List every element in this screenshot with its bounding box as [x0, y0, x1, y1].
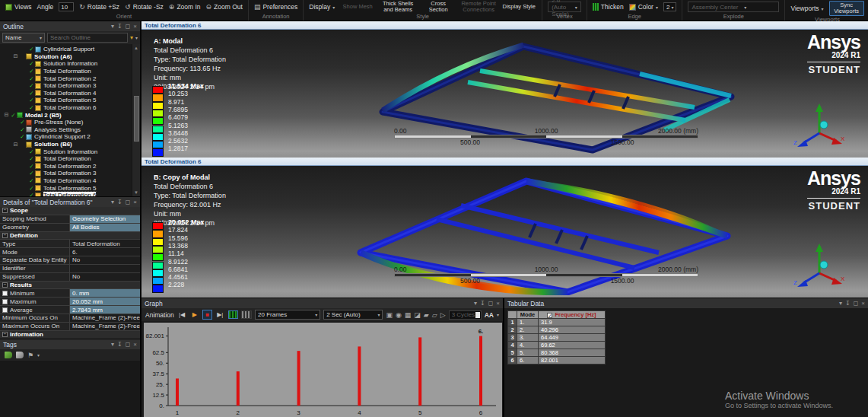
table-row[interactable]: 33.64.449	[508, 334, 606, 342]
panel-menu-icon[interactable]: ▾	[111, 21, 114, 31]
pin-icon[interactable]: ↧	[117, 21, 122, 31]
angle-input[interactable]	[59, 2, 74, 11]
grid-icon[interactable]: ▦	[405, 311, 412, 319]
remote-point-connections-button[interactable]: Remote Point Connections	[461, 1, 496, 13]
zoom-fit-icon[interactable]: ◉	[396, 311, 402, 319]
mode-cell[interactable]: 2.	[517, 326, 539, 334]
outline-scrollbar[interactable]: ▲ ▼	[132, 44, 140, 196]
expand-collapse-icon[interactable]: ▾	[130, 34, 133, 41]
pin-icon[interactable]: ↧	[480, 298, 485, 308]
tags-panel-header[interactable]: Tags ▾↧◻×	[0, 339, 140, 349]
tree-item[interactable]: ✓Cylindrical Support 2	[0, 133, 131, 141]
preferences-button[interactable]: ▤Preferences	[254, 3, 297, 11]
row-number-cell[interactable]: 2	[508, 326, 517, 334]
close-icon[interactable]: ×	[133, 339, 137, 349]
float-window-icon[interactable]: ◻	[126, 21, 131, 31]
tree-item[interactable]: ✓Total Deformation	[0, 155, 131, 163]
tree-item[interactable]: ✓Cylindrical Support	[0, 46, 131, 53]
show-mesh-button[interactable]: Show Mesh	[340, 4, 375, 10]
float-window-icon[interactable]: ◻	[488, 298, 494, 308]
collapse-icon[interactable]: −	[2, 282, 8, 288]
result-checkbox[interactable]	[2, 291, 8, 296]
row-number-cell[interactable]: 5	[508, 349, 517, 357]
panel-menu-icon[interactable]: ▾	[111, 197, 114, 207]
table-column-header[interactable]: Mode	[517, 311, 539, 319]
table-row[interactable]: 66.82.001	[508, 357, 606, 364]
graph-panel-header[interactable]: Graph ▾↧◻×	[141, 298, 503, 308]
details-property-row[interactable]: Minimum0. mm	[0, 289, 140, 298]
property-value[interactable]: 20.052 mm	[70, 298, 140, 305]
tree-item[interactable]: ✓Solution Information	[0, 148, 131, 155]
property-value[interactable]: 2.7843 mm	[70, 306, 140, 314]
panel-menu-icon[interactable]: ▾	[474, 298, 477, 308]
viewport-a-header[interactable]: Total Deformation 6	[141, 21, 868, 30]
details-category-row[interactable]: −Results	[0, 282, 140, 290]
mode-cell[interactable]: 4.	[517, 342, 539, 349]
views-button[interactable]: Views	[5, 3, 32, 11]
stop-icon[interactable]: ■	[202, 310, 212, 320]
mode-cell[interactable]: 1.	[517, 319, 539, 326]
mode-cell[interactable]: 6.	[517, 357, 539, 364]
property-value[interactable]: Machine_Frame (2)-FreeParts|Cr...	[70, 323, 140, 330]
animate-result-contours-icon[interactable]	[228, 310, 239, 319]
collapse-icon[interactable]: −	[2, 208, 8, 213]
probe-icon[interactable]: ◪	[414, 311, 421, 319]
tabular-panel-header[interactable]: Tabular Data ▾↧◻×	[504, 298, 868, 308]
mode-cell[interactable]: 3.	[517, 334, 539, 342]
float-window-icon[interactable]: ◻	[126, 197, 131, 207]
collapse-icon[interactable]: −	[2, 233, 8, 238]
viewport-a[interactable]: A: Modal Total Deformation 6 Type: Total…	[141, 30, 868, 158]
assembly-center-select[interactable]: Assembly Center▾	[688, 2, 779, 12]
tree-item[interactable]: ⊟Solution (B6)	[0, 141, 131, 148]
frequency-cell[interactable]: 64.449	[539, 334, 606, 342]
tag-filter-icon[interactable]: ⚑	[27, 352, 33, 359]
tree-item[interactable]: ✓Total Deformation 6	[0, 192, 131, 196]
details-category-row[interactable]: −Information	[0, 331, 140, 339]
row-number-cell[interactable]: 3	[508, 334, 517, 342]
table-row[interactable]: 22.40.296	[508, 326, 606, 334]
animate-displacement-icon[interactable]	[241, 310, 252, 319]
row-number-cell[interactable]: 6	[508, 357, 517, 364]
property-value[interactable]: 0. mm	[70, 289, 140, 297]
table-column-header[interactable]: ✓Frequency [Hz]	[539, 311, 606, 319]
mode-cell[interactable]: 5.	[517, 349, 539, 357]
display-dropdown[interactable]: Display▾	[309, 3, 335, 11]
collapse-icon[interactable]: ⊟	[12, 142, 19, 148]
details-property-row[interactable]: GeometryAll Bodies	[0, 224, 140, 232]
pin-icon[interactable]: ↧	[845, 298, 851, 308]
row-number-cell[interactable]: 1	[508, 319, 517, 326]
play-icon[interactable]: ▶	[190, 310, 200, 320]
tree-item[interactable]: ✓Total Deformation 6	[0, 104, 131, 112]
export-video-icon[interactable]: ▣	[386, 311, 393, 319]
table-row[interactable]: 44.69.62	[508, 342, 606, 349]
zoom-out-button[interactable]: ⊖Zoom Out	[206, 3, 243, 11]
details-property-row[interactable]: SuppressedNo	[0, 273, 140, 282]
frequency-cell[interactable]: 69.62	[539, 342, 606, 349]
export-data-icon[interactable]: ▰	[424, 311, 429, 319]
tree-item[interactable]: ⊟Solution (A6)	[0, 53, 131, 61]
orientation-triad[interactable]: X Z	[790, 101, 848, 154]
sync-viewports-toggle[interactable]: Sync Viewports	[829, 1, 864, 16]
display-style-dropdown[interactable]: Display Style	[501, 4, 536, 10]
collapse-icon[interactable]: −	[2, 332, 8, 337]
tree-item[interactable]: ✓Total Deformation 2	[0, 75, 131, 82]
property-value[interactable]: Geometry Selection	[70, 215, 140, 223]
property-value[interactable]: 6.	[70, 248, 140, 256]
chevron-down-icon[interactable]: ▾	[37, 352, 40, 358]
cycles-thumb[interactable]	[475, 312, 480, 318]
panel-menu-icon[interactable]: ▾	[839, 298, 842, 308]
skip-start-icon[interactable]: |◀	[177, 310, 187, 320]
pin-icon[interactable]: ↧	[117, 339, 122, 349]
table-row[interactable]: 55.80.368	[508, 349, 606, 357]
details-property-row[interactable]: Mode6.	[0, 248, 140, 256]
property-value[interactable]: No	[70, 256, 140, 264]
row-number-cell[interactable]: 4	[508, 342, 517, 349]
duration-select[interactable]: 2 Sec (Auto)▾	[323, 310, 383, 320]
outline-panel-header[interactable]: Outline ▾↧◻×	[0, 21, 140, 31]
frequency-cell[interactable]: 40.296	[539, 326, 606, 334]
viewport-b[interactable]: B: Copy of Modal Total Deformation 6 Typ…	[141, 166, 868, 298]
skip-end-icon[interactable]: ▶|	[215, 310, 225, 320]
tree-item[interactable]: ✓Total Deformation	[0, 68, 131, 75]
details-property-row[interactable]: Scoping MethodGeometry Selection	[0, 215, 140, 224]
tabular-data-table[interactable]: Mode✓Frequency [Hz]11.31.922.40.29633.64…	[507, 310, 606, 364]
